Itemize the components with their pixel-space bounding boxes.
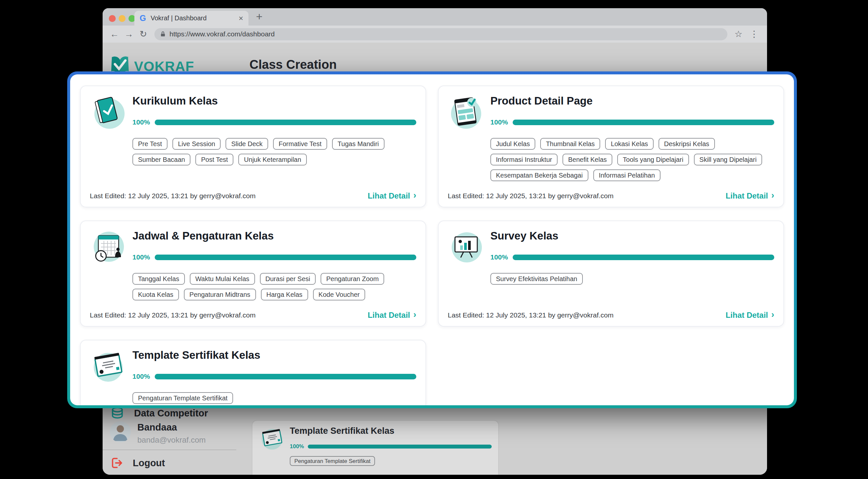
chevron-right-icon: › [413, 191, 416, 200]
tag-chip: Tools yang Dipelajari [617, 154, 689, 165]
tag-chip: Harga Kelas [261, 289, 308, 300]
chevron-right-icon: › [413, 310, 416, 319]
progress-bar [155, 255, 416, 260]
tab-title: Vokraf | Dashboard [151, 14, 234, 22]
lihat-detail-link[interactable]: Lihat Detail › [726, 191, 774, 200]
tab-strip: G Vokraf | Dashboard × + [102, 8, 767, 26]
lihat-detail-link[interactable]: Lihat Detail › [368, 311, 416, 320]
tag-chip: Live Session [173, 138, 221, 150]
card-kurikulum-kelas: Kurikulum Kelas 100% Pre TestLive Sessio… [80, 86, 426, 207]
tag-chip: Tugas Mandiri [332, 138, 384, 150]
progress-label: 100% [490, 253, 508, 261]
tag-chip: Pengaturan Template Sertifikat [290, 456, 375, 466]
tag-chip: Benefit Kelas [562, 154, 612, 165]
card-grid: Kurikulum Kelas 100% Pre TestLive Sessio… [80, 86, 784, 405]
tag-chip: Kuota Kelas [132, 289, 179, 300]
browser-toolbar: ← → ↻ https://www.vokraf.com/dashboard ☆… [102, 26, 767, 42]
minimize-window-button[interactable] [119, 15, 126, 22]
user-name: Bandaaa [137, 422, 206, 433]
close-window-button[interactable] [109, 15, 116, 22]
page-title: Class Creation [249, 58, 337, 72]
webpage-illustration [448, 93, 485, 130]
card-title: Product Detail Page [490, 95, 774, 107]
tag-chip: Kesempatan Bekerja Sebagai [490, 169, 588, 181]
tag-chip: Waktu Mulai Kelas [190, 273, 255, 285]
tag-chip: Pengaturan Template Sertifikat [132, 392, 233, 404]
browser-menu-icon[interactable]: ⋮ [750, 29, 758, 39]
user-profile[interactable]: Bandaaa banda@vokraf.com [110, 421, 206, 445]
lock-icon [160, 31, 166, 37]
progress-label: 100% [132, 373, 150, 380]
chevron-right-icon: › [771, 191, 774, 200]
progress-label: 100% [290, 443, 304, 450]
sidebar-divider [102, 449, 236, 450]
last-edited-text: Last Edited: 12 July 2025, 13:21 by gerr… [448, 192, 614, 200]
background-card-template-sertifikat: Template Sertifikat Kelas 100% Pengatura… [252, 420, 499, 475]
google-favicon-icon: G [140, 14, 146, 22]
card-title: Template Sertifikat Kelas [290, 426, 492, 436]
progress-bar [155, 374, 416, 379]
tag-chip: Pre Test [132, 138, 167, 150]
tag-chip: Informasi Pelatihan [593, 169, 660, 181]
tag-chip: Post Test [195, 154, 234, 165]
bookmark-star-icon[interactable]: ☆ [735, 29, 742, 39]
card-title: Survey Kelas [490, 230, 774, 242]
card-product-detail-page: Product Detail Page 100% Judul KelasThum… [438, 86, 784, 207]
certificate-illustration [259, 425, 285, 451]
book-illustration [90, 93, 127, 130]
tag-chip: Judul Kelas [490, 138, 535, 150]
modal-content: Kurikulum Kelas 100% Pre TestLive Sessio… [70, 74, 794, 405]
last-edited-text: Last Edited: 12 July 2025, 13:21 by gerr… [90, 311, 256, 319]
card-title: Jadwal & Pengaturan Kelas [132, 230, 416, 242]
tag-chip: Pengaturan Zoom [320, 273, 384, 285]
calendar-illustration [90, 228, 127, 265]
back-icon[interactable]: ← [108, 29, 121, 39]
tag-chip: Lokasi Kelas [605, 138, 653, 150]
last-edited-text: Last Edited: 12 July 2025, 13:21 by gerr… [90, 192, 256, 200]
survey-monitor-illustration [448, 228, 485, 265]
forward-icon[interactable]: → [122, 29, 135, 39]
lihat-detail-link[interactable]: Lihat Detail › [726, 311, 774, 320]
tag-chip: Formative Test [273, 138, 327, 150]
tag-chip: Unjuk Keterampilan [238, 154, 307, 165]
new-tab-button[interactable]: + [256, 10, 262, 23]
avatar [110, 421, 131, 442]
tag-chip: Deskripsi Kelas [658, 138, 715, 150]
card-survey-kelas: Survey Kelas 100% Survey Efektivitas Pel… [438, 221, 784, 327]
certificate-illustration [90, 348, 127, 384]
browser-tab[interactable]: G Vokraf | Dashboard × [134, 11, 248, 26]
tag-chip: Pengaturan Midtrans [184, 289, 256, 300]
tag-chip: Kode Voucher [313, 289, 366, 300]
tag-chip: Thumbnail Kelas [540, 138, 600, 150]
card-template-sertifikat-kelas: Template Sertifikat Kelas 100% Pengatura… [80, 340, 426, 405]
sidebar-item-label: Data Competitor [134, 408, 208, 419]
chevron-right-icon: › [771, 310, 774, 319]
card-title: Template Sertifikat Kelas [132, 349, 416, 361]
lihat-detail-link[interactable]: Lihat Detail › [368, 191, 416, 200]
progress-label: 100% [132, 118, 150, 126]
card-jadwal-pengaturan-kelas: Jadwal & Pengaturan Kelas 100% Tanggal K… [80, 221, 426, 327]
progress-bar [308, 445, 492, 449]
tag-chip: Tanggal Kelas [132, 273, 185, 285]
tag-list: Pre TestLive SessionSlide DeckFormative … [132, 138, 416, 165]
logout-button[interactable]: Logout [110, 456, 165, 470]
reload-icon[interactable]: ↻ [137, 29, 150, 39]
tag-list: Pengaturan Template Sertifikat [290, 456, 492, 466]
screenshot-canvas: G Vokraf | Dashboard × + ← → ↻ https://w… [0, 0, 868, 479]
tag-list: Judul KelasThumbnail KelasLokasi KelasDe… [490, 138, 774, 181]
logout-icon [110, 456, 124, 470]
url-bar[interactable]: https://www.vokraf.com/dashboard [154, 28, 727, 40]
tag-list: Tanggal KelasWaktu Mulai KelasDurasi per… [132, 273, 416, 300]
last-edited-text: Last Edited: 12 July 2025, 13:21 by gerr… [448, 311, 614, 319]
tag-chip: Slide Deck [225, 138, 268, 150]
tab-close-icon[interactable]: × [239, 14, 243, 22]
tag-list: Survey Efektivitas Pelatihan [490, 273, 774, 285]
tag-chip: Skill yang Dipelajari [694, 154, 763, 165]
class-creation-modal: Kurikulum Kelas 100% Pre TestLive Sessio… [67, 71, 797, 408]
user-email: banda@vokraf.com [137, 436, 206, 445]
tag-chip: Survey Efektivitas Pelatihan [490, 273, 583, 285]
tag-chip: Sumber Bacaan [132, 154, 190, 165]
progress-bar [513, 255, 774, 260]
url-text: https://www.vokraf.com/dashboard [169, 30, 275, 38]
logout-label: Logout [133, 458, 165, 469]
